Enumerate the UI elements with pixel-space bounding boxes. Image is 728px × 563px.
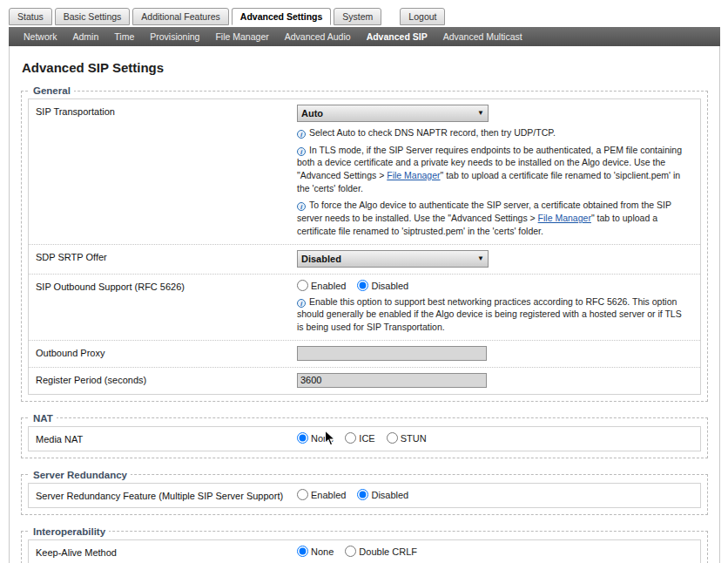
radio-label: ICE: [359, 433, 374, 444]
field-info: iSelect Auto to check DNS NAPTR record, …: [297, 126, 690, 139]
subnav-item-advanced-multicast[interactable]: Advanced Multicast: [435, 31, 530, 42]
field-label: SIP Transportation: [36, 105, 297, 238]
tab-basic-settings[interactable]: Basic Settings: [55, 8, 131, 25]
media-nat-radio-group: None ICE STUN: [297, 432, 435, 444]
radio-label: Disabled: [371, 490, 408, 500]
sip-outbound-enabled-radio[interactable]: [297, 280, 308, 291]
info-icon: i: [297, 147, 306, 156]
field-label: SIP Outbound Support (RFC 5626): [36, 280, 297, 334]
tab-status[interactable]: Status: [9, 8, 52, 25]
field-control: Disabled ▼: [297, 250, 693, 268]
field-control: [297, 346, 693, 361]
tab-bar: Status Basic Settings Additional Feature…: [9, 7, 720, 25]
select-wrap: Auto ▼: [297, 105, 489, 122]
tab-additional-features[interactable]: Additional Features: [132, 8, 228, 25]
field-info: iTo force the Algo device to authenticat…: [297, 199, 690, 237]
form-row-sip-outbound: SIP Outbound Support (RFC 5626) Enabled …: [29, 275, 700, 341]
form-row-keep-alive: Keep-Alive Method None Double CRLF iThis…: [29, 540, 700, 563]
radio-option[interactable]: ICE: [345, 433, 374, 444]
form-row-outbound-proxy: Outbound Proxy: [29, 341, 700, 368]
subnav-item-file-manager[interactable]: File Manager: [207, 31, 276, 42]
field-label: Register Period (seconds): [36, 373, 297, 388]
radio-label: Double CRLF: [359, 546, 417, 557]
redundancy-enabled-radio[interactable]: [297, 489, 308, 500]
field-control: None Double CRLF iThis setting will enab…: [297, 546, 693, 563]
page: Status Basic Settings Additional Feature…: [0, 0, 728, 563]
sip-outbound-disabled-radio[interactable]: [357, 280, 368, 291]
tab-system[interactable]: System: [334, 8, 381, 25]
register-period-input[interactable]: [297, 373, 487, 388]
section-rows: SIP Transportation Auto ▼ iSelect Auto t…: [28, 98, 701, 395]
sip-outbound-radio-group: Enabled Disabled: [297, 280, 417, 291]
sip-transportation-select[interactable]: Auto: [297, 105, 489, 122]
radio-option[interactable]: None: [297, 433, 334, 444]
field-control: [297, 373, 693, 388]
radio-option[interactable]: Double CRLF: [345, 546, 417, 557]
field-label: Server Redundancy Feature (Multiple SIP …: [36, 489, 297, 501]
section-server-redundancy: Server Redundancy Server Redundancy Feat…: [21, 470, 708, 515]
radio-label: None: [311, 546, 334, 557]
redundancy-radio-group: Enabled Disabled: [297, 489, 417, 500]
radio-label: Enabled: [311, 490, 346, 500]
section-general: General SIP Transportation Auto ▼ iSelec…: [21, 85, 708, 402]
content-area: Advanced SIP Settings General SIP Transp…: [9, 46, 720, 563]
section-nat: NAT Media NAT None ICE STUN: [21, 413, 708, 458]
info-icon: i: [297, 299, 306, 308]
radio-option[interactable]: None: [297, 546, 334, 557]
subnav-item-admin[interactable]: Admin: [65, 31, 107, 42]
keep-alive-radio-group: None Double CRLF: [297, 546, 426, 557]
file-manager-link[interactable]: File Manager: [387, 170, 440, 180]
keep-alive-none-radio[interactable]: [297, 546, 308, 557]
radio-option[interactable]: Enabled: [297, 490, 346, 500]
form-row-sdp-srtp-offer: SDP SRTP Offer Disabled ▼: [29, 245, 700, 275]
subnav-bar: Network Admin Time Provisioning File Man…: [9, 27, 720, 46]
media-nat-stun-radio[interactable]: [387, 432, 398, 444]
radio-label: None: [311, 433, 334, 444]
file-manager-link[interactable]: File Manager: [538, 213, 591, 223]
section-rows: Server Redundancy Feature (Multiple SIP …: [28, 483, 701, 508]
info-icon: i: [297, 202, 306, 211]
section-legend-general: General: [30, 85, 74, 96]
section-legend-server-redundancy: Server Redundancy: [30, 470, 131, 480]
field-label: Media NAT: [36, 432, 297, 444]
radio-option[interactable]: Disabled: [357, 490, 408, 500]
keep-alive-double-crlf-radio[interactable]: [345, 546, 356, 557]
subnav-item-advanced-audio[interactable]: Advanced Audio: [277, 31, 359, 42]
section-legend-interoperability: Interoperability: [30, 526, 109, 537]
subnav-item-provisioning[interactable]: Provisioning: [142, 31, 207, 42]
subnav-item-network[interactable]: Network: [16, 31, 65, 42]
field-control: Auto ▼ iSelect Auto to check DNS NAPTR r…: [297, 105, 693, 238]
outbound-proxy-input[interactable]: [297, 346, 487, 361]
sdp-srtp-offer-select[interactable]: Disabled: [297, 250, 489, 268]
form-row-redundancy-feature: Server Redundancy Feature (Multiple SIP …: [29, 484, 700, 507]
subnav-item-advanced-sip[interactable]: Advanced SIP: [359, 31, 435, 42]
radio-label: STUN: [401, 433, 427, 444]
info-text: Select Auto to check DNS NAPTR record, t…: [309, 127, 556, 138]
radio-option[interactable]: Disabled: [357, 281, 408, 291]
radio-option[interactable]: STUN: [387, 433, 427, 444]
page-title: Advanced SIP Settings: [22, 60, 707, 75]
form-row-sip-transportation: SIP Transportation Auto ▼ iSelect Auto t…: [29, 99, 700, 245]
section-rows: Keep-Alive Method None Double CRLF iThis…: [28, 539, 701, 563]
radio-label: Enabled: [311, 281, 346, 291]
info-icon: i: [297, 130, 306, 139]
tab-advanced-settings[interactable]: Advanced Settings: [232, 8, 332, 25]
field-info: iEnable this option to support best netw…: [297, 295, 690, 334]
media-nat-ice-radio[interactable]: [345, 432, 356, 444]
form-row-register-period: Register Period (seconds): [29, 368, 700, 394]
field-control: Enabled Disabled: [297, 489, 693, 501]
redundancy-disabled-radio[interactable]: [357, 489, 368, 500]
field-control: Enabled Disabled iEnable this option to …: [297, 280, 693, 334]
radio-label: Disabled: [371, 281, 408, 291]
field-control: None ICE STUN: [297, 432, 693, 444]
subnav-item-time[interactable]: Time: [106, 31, 142, 42]
tab-logout[interactable]: Logout: [400, 8, 445, 25]
radio-option[interactable]: Enabled: [297, 281, 346, 291]
field-label: Outbound Proxy: [36, 346, 297, 361]
section-legend-nat: NAT: [30, 413, 57, 424]
media-nat-none-radio[interactable]: [297, 432, 308, 444]
select-wrap: Disabled ▼: [297, 250, 489, 268]
field-label: Keep-Alive Method: [36, 546, 297, 563]
form-row-media-nat: Media NAT None ICE STUN: [29, 427, 700, 451]
section-rows: Media NAT None ICE STUN: [28, 426, 701, 451]
